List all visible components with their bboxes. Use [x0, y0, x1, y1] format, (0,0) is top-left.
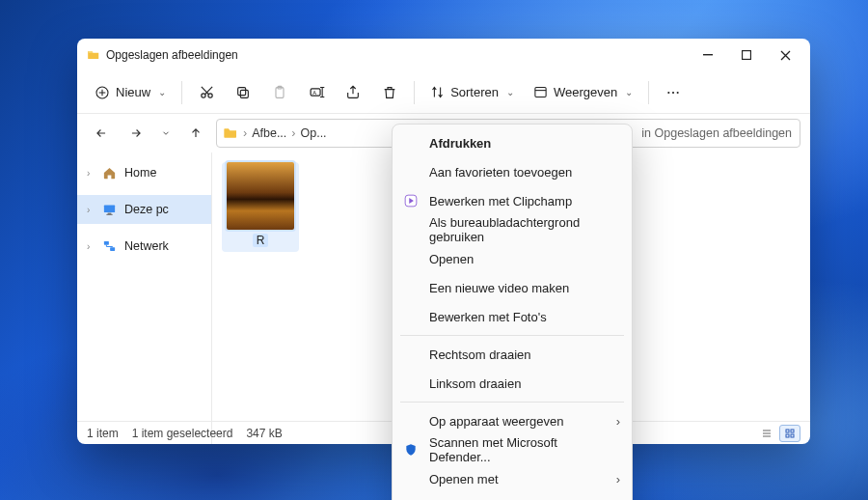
details-view-button[interactable] [756, 425, 777, 442]
cut-button[interactable] [190, 77, 223, 108]
ctx-new-video[interactable]: Een nieuwe video maken [393, 273, 632, 302]
sidebar-label: Netwerk [124, 239, 169, 253]
separator [414, 81, 415, 104]
ctx-rotate-cw[interactable]: Rechtsom draaien [393, 340, 632, 369]
nav-sidebar: › Home › Deze pc › Netwerk [77, 153, 212, 444]
chevron-right-icon: › [616, 472, 620, 486]
svg-rect-1 [743, 51, 751, 60]
ctx-scan-defender[interactable]: Scannen met Microsoft Defender... [393, 435, 632, 464]
image-preview [227, 162, 294, 230]
separator [181, 81, 182, 104]
chevron-right-icon: › [87, 241, 95, 252]
svg-rect-11 [535, 88, 546, 97]
chevron-right-icon: › [616, 414, 620, 429]
svg-point-12 [668, 91, 670, 93]
status-size: 347 kB [246, 427, 282, 440]
copy-button[interactable] [227, 77, 259, 108]
window-title: Opgeslagen afbeeldingen [106, 48, 689, 62]
shield-icon [402, 441, 420, 458]
window-controls [689, 42, 804, 69]
up-button[interactable] [181, 119, 210, 148]
network-icon [102, 239, 117, 254]
chevron-down-icon: ⌄ [158, 87, 166, 97]
svg-point-4 [208, 94, 212, 97]
svg-rect-5 [240, 90, 248, 97]
folder-icon [223, 125, 238, 141]
chevron-right-icon: › [242, 126, 248, 140]
status-selected: 1 item geselecteerd [132, 427, 233, 440]
sidebar-label: Deze pc [124, 203, 169, 216]
search-hint: in Opgeslagen afbeeldingen [641, 126, 792, 140]
file-thumbnail[interactable]: R [222, 162, 299, 252]
sidebar-label: Home [124, 166, 156, 180]
svg-rect-19 [110, 247, 115, 251]
svg-rect-22 [786, 434, 789, 437]
divider [400, 335, 624, 336]
toolbar: Nieuw ⌄ A Sorteren ⌄ Weergeven ⌄ [77, 71, 810, 114]
sidebar-item-network[interactable]: › Netwerk [77, 232, 211, 261]
rename-button[interactable]: A [300, 77, 333, 108]
view-label: Weergeven [554, 85, 617, 99]
separator [648, 81, 649, 104]
folder-icon [87, 48, 100, 62]
paste-button[interactable] [263, 77, 296, 108]
svg-rect-16 [108, 212, 112, 213]
view-switcher [756, 425, 800, 442]
status-count: 1 item [87, 427, 119, 440]
forward-button[interactable] [122, 119, 150, 148]
sidebar-item-home[interactable]: › Home [77, 158, 211, 187]
ctx-share-on[interactable]: Share on› [393, 493, 632, 500]
monitor-icon [102, 203, 117, 217]
ctx-open-with[interactable]: Openen met› [393, 464, 632, 493]
ctx-clipchamp[interactable]: Bewerken met Clipchamp [393, 186, 632, 215]
file-name: R [253, 234, 269, 247]
chevron-down-icon: ⌄ [506, 87, 514, 97]
recent-button[interactable] [156, 119, 176, 148]
close-button[interactable] [766, 42, 804, 69]
sort-button[interactable]: Sorteren ⌄ [422, 77, 522, 108]
ctx-cast-device[interactable]: Op apparaat weergeven› [393, 406, 632, 435]
delete-button[interactable] [373, 77, 406, 108]
breadcrumb-item[interactable]: Op... [300, 126, 326, 140]
context-menu: Afdrukken Aan favorieten toevoegen Bewer… [392, 124, 633, 500]
layout-icon [533, 85, 548, 99]
svg-rect-18 [104, 240, 109, 244]
chevron-right-icon: › [87, 168, 95, 179]
svg-rect-23 [791, 434, 794, 437]
chevron-right-icon: › [290, 126, 296, 140]
new-label: Nieuw [116, 85, 150, 99]
ctx-add-favorites[interactable]: Aan favorieten toevoegen [393, 157, 632, 186]
new-button[interactable]: Nieuw ⌄ [87, 77, 174, 108]
svg-rect-0 [703, 54, 713, 55]
share-button[interactable] [337, 77, 369, 108]
sidebar-item-this-pc[interactable]: › Deze pc [77, 195, 211, 224]
chevron-right-icon: › [87, 205, 95, 215]
minimize-button[interactable] [689, 42, 727, 69]
svg-point-13 [672, 91, 674, 93]
maximize-button[interactable] [727, 42, 766, 69]
svg-point-3 [201, 94, 204, 97]
back-button[interactable] [87, 119, 116, 148]
svg-point-14 [677, 91, 679, 93]
ctx-rotate-ccw[interactable]: Linksom draaien [393, 369, 632, 398]
view-button[interactable]: Weergeven ⌄ [526, 77, 640, 108]
svg-rect-21 [791, 430, 794, 432]
ctx-set-wallpaper[interactable]: Als bureaubladachtergrond gebruiken [393, 215, 632, 244]
svg-rect-17 [106, 213, 112, 214]
sort-label: Sorteren [450, 85, 499, 99]
ctx-open[interactable]: Openen [393, 244, 632, 273]
svg-rect-15 [104, 205, 115, 212]
home-icon [102, 166, 117, 181]
sort-icon [430, 85, 445, 99]
more-button[interactable] [657, 77, 690, 108]
breadcrumb-item[interactable]: Afbe... [252, 126, 286, 140]
svg-rect-20 [786, 430, 789, 432]
plus-circle-icon [95, 85, 110, 100]
svg-text:A: A [312, 90, 316, 96]
thumbnails-view-button[interactable] [779, 425, 800, 442]
ctx-print[interactable]: Afdrukken [393, 128, 632, 157]
chevron-down-icon: ⌄ [625, 87, 633, 97]
clipchamp-icon [402, 192, 420, 209]
titlebar: Opgeslagen afbeeldingen [77, 39, 810, 71]
ctx-edit-photos[interactable]: Bewerken met Foto's [393, 302, 632, 331]
